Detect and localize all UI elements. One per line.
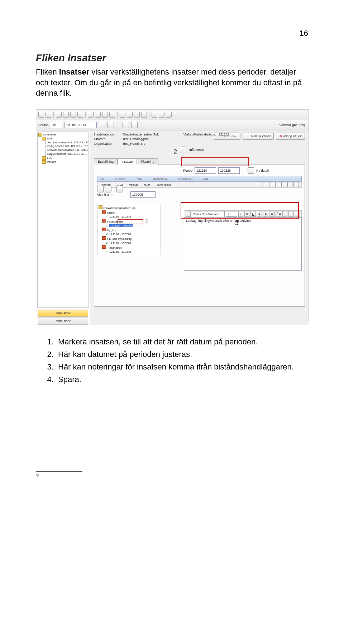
tree-item[interactable]: Omvårdnadsinsatser SoL 121109 - , Test, …	[38, 148, 88, 152]
info-label: Organisation	[94, 142, 120, 146]
info-value: Test_Hemtj. Bro	[123, 142, 145, 146]
visa-from-field[interactable]: 130205	[130, 191, 156, 198]
info-label: Utförare	[94, 137, 120, 141]
info-row: OrganisationTest_Hemtj. Bro	[94, 142, 305, 146]
content-area: Ersätt dok.Avsluta verkst✕Avbryt verkst …	[90, 130, 309, 325]
tree-item-label: SOL	[47, 137, 53, 141]
tool-icon[interactable]	[134, 112, 140, 118]
button-label: Avbryt verkst	[283, 134, 302, 138]
window-caption: Verkställighet (öv)	[279, 123, 305, 127]
section-title: Fliken Insatser	[36, 52, 308, 64]
toolbar-person: Person 19 100101+TF44 Verkställighet (öv…	[36, 120, 309, 130]
small-button[interactable]	[108, 122, 114, 128]
page-number: 16	[36, 29, 308, 38]
tree-item[interactable]: Dagverksamhet SoL 121010 - , Liljebrand,…	[38, 152, 88, 156]
tool-icon[interactable]	[102, 112, 108, 118]
tool-icon[interactable]	[46, 112, 51, 118]
tab-beställning[interactable]: Beställning	[94, 158, 118, 164]
tool-icon[interactable]	[141, 112, 147, 118]
period-to-field[interactable]: 130228	[218, 167, 240, 174]
separator	[149, 112, 149, 118]
sidebar-button-mina-sidor[interactable]: Mina sidor	[38, 318, 88, 325]
tree-item-label: På- och avklädning	[107, 237, 132, 240]
insats-tree-item[interactable]: ✓121110 - 130228	[99, 250, 159, 254]
insats-tree-item[interactable]: Dusch	[99, 210, 159, 215]
insats-tree-item[interactable]: ✓121110 - 130228	[99, 215, 159, 219]
document-icon	[46, 149, 46, 152]
day-toggle[interactable]	[281, 182, 286, 187]
folder-icon	[42, 137, 46, 140]
column-header: Tid	[100, 177, 104, 181]
person-field-id[interactable]: 100101+TF44	[64, 122, 97, 128]
info-beslut-label[interactable]: Info beslut	[189, 148, 204, 152]
pane-tool-button[interactable]	[116, 186, 123, 192]
pane-tool-button[interactable]	[105, 186, 111, 192]
person-field-code[interactable]: 19	[51, 122, 62, 128]
tree-item[interactable]: SOL	[38, 137, 88, 141]
insats-tree-item[interactable]: Tillägnsstöd	[99, 245, 159, 250]
tool-icon[interactable]	[166, 112, 172, 118]
tool-icon[interactable]	[63, 112, 69, 118]
action-button[interactable]: Avsluta verkst	[243, 133, 274, 140]
tree-item[interactable]: Serviceinsatser SoL 121119 - 130101, Tes…	[38, 141, 88, 145]
insatser-tree[interactable]: Omvårdnadsinsatser SoLDusch✓121110 - 130…	[97, 204, 161, 255]
period-from-field[interactable]: 121110	[195, 167, 216, 174]
insats-tree-item[interactable]: ✓121110 - 130228	[99, 232, 159, 236]
editor-textarea[interactable]: Ledsagning till gymnastik eller annan ak…	[184, 218, 302, 271]
new-detail-button[interactable]: Ny detalj	[256, 169, 269, 172]
tool-icon[interactable]	[109, 112, 115, 118]
insats-tree-item[interactable]: Hygien	[99, 228, 159, 232]
info-beslut-icon[interactable]	[180, 147, 186, 153]
tab-placering[interactable]: Placering	[137, 158, 158, 164]
acts-tree[interactable]: Mina akterSOLServiceinsatser SoL 121119 …	[37, 132, 89, 308]
tree-item-label: Hygien	[107, 229, 116, 232]
tool-icon[interactable]	[120, 112, 125, 118]
tool-icon[interactable]	[56, 112, 62, 118]
tree-item[interactable]: LSS	[38, 156, 88, 160]
day-toggle[interactable]	[263, 182, 268, 187]
tool-icon[interactable]	[38, 112, 44, 118]
insats-tree-item[interactable]: På- och avklädning	[99, 236, 159, 241]
insats-icon	[102, 210, 106, 214]
tree-item-label: Tillägnsstöd	[107, 246, 122, 249]
day-toggle[interactable]	[269, 182, 274, 187]
callout-3-box	[181, 202, 299, 219]
tree-item[interactable]: Mina akter	[38, 133, 88, 137]
tab-pane: Period 121110 130228 Ny detalj TidVuxen/…	[94, 164, 305, 307]
day-toggle[interactable]	[293, 182, 298, 187]
new-detail-icon[interactable]	[248, 167, 254, 174]
tree-item[interactable]: Övrig service SoL 121119 - , Test, Handl…	[38, 144, 88, 148]
tool-icon[interactable]	[152, 112, 157, 118]
column-header: Nät	[203, 177, 207, 181]
vecka-label: Vecka:	[129, 183, 138, 186]
insats-tree-item[interactable]: ✓121110 - 130228	[99, 241, 159, 245]
verkstart-value: 121109	[219, 133, 229, 136]
day-toggle[interactable]	[275, 182, 280, 187]
search-button[interactable]	[99, 122, 105, 128]
pane-tool-button[interactable]	[97, 186, 104, 192]
button-label: Avsluta verkst	[250, 134, 271, 138]
detail-header-row: TidVuxen/dTotalDubbelbemPeriodicitetNät	[97, 176, 302, 182]
action-button[interactable]: ✕Avbryt verkst	[276, 133, 305, 140]
day-toggle[interactable]	[257, 182, 262, 187]
close-icon: ✕	[279, 134, 282, 138]
tool-icon[interactable]	[159, 112, 164, 118]
insats-tree-item[interactable]: Omvårdnadsinsatser SoL	[99, 205, 159, 210]
nav-prev-button[interactable]	[123, 122, 129, 128]
document-icon	[46, 152, 46, 156]
tool-icon[interactable]	[70, 112, 76, 118]
tree-item-label: 121110 - 130228	[109, 224, 133, 227]
day-toggle[interactable]	[287, 182, 292, 187]
column-header: Dubbelbem	[153, 177, 168, 181]
tree-item-label: Person	[47, 160, 56, 164]
nav-next-button[interactable]	[131, 122, 138, 128]
tool-icon[interactable]	[88, 112, 94, 118]
tool-icon[interactable]	[77, 112, 83, 118]
tree-item[interactable]: Person	[38, 160, 88, 164]
tree-item-label: Serviceinsatser SoL 121119 - 130101, Tes…	[47, 141, 88, 145]
tool-icon[interactable]	[95, 112, 101, 118]
info-value: Omvårdnadsinsatser SoL	[123, 133, 159, 136]
tool-icon[interactable]	[127, 112, 133, 118]
sidebar-button-mina-akter[interactable]: Mina akter	[38, 310, 88, 317]
tab-insatser[interactable]: Insatser	[118, 158, 137, 164]
